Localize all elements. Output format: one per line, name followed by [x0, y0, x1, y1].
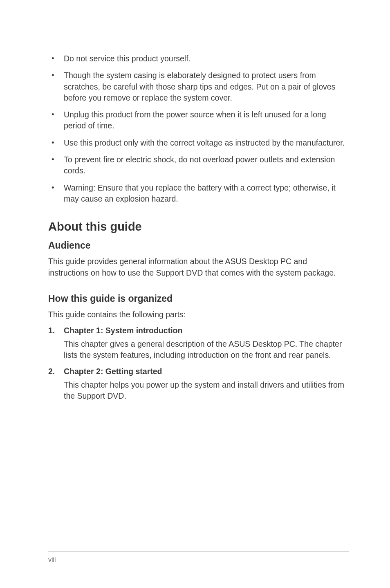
audience-body: This guide provides general information …	[48, 256, 349, 278]
footer-divider	[48, 551, 349, 552]
heading-audience: Audience	[48, 240, 349, 251]
bullet-item: Use this product only with the correct v…	[48, 137, 349, 148]
bullet-item: To prevent fire or electric shock, do no…	[48, 154, 349, 177]
item-body: This chapter helps you power up the syst…	[48, 379, 349, 402]
item-title: Chapter 2: Getting started	[64, 367, 162, 376]
heading-how-organized: How this guide is organized	[48, 293, 349, 304]
numbered-item: 2. Chapter 2: Getting started	[48, 367, 349, 376]
heading-about-this-guide: About this guide	[48, 220, 349, 233]
numbered-item: 1. Chapter 1: System introduction	[48, 326, 349, 335]
page-footer: viii	[0, 551, 390, 563]
item-number: 2.	[48, 367, 64, 376]
bullet-item: Do not service this product yourself.	[48, 53, 349, 64]
bullet-item: Unplug this product from the power sourc…	[48, 109, 349, 132]
bullet-item: Warning: Ensure that you replace the bat…	[48, 182, 349, 205]
bullet-item: Though the system casing is elaborately …	[48, 70, 349, 103]
organized-intro: This guide contains the following parts:	[48, 309, 349, 320]
item-body: This chapter gives a general description…	[48, 339, 349, 361]
page-number: viii	[48, 556, 349, 563]
item-number: 1.	[48, 326, 64, 335]
item-title: Chapter 1: System introduction	[64, 326, 182, 335]
page-content: Do not service this product yourself. Th…	[0, 0, 390, 402]
safety-bullet-list: Do not service this product yourself. Th…	[48, 53, 349, 204]
